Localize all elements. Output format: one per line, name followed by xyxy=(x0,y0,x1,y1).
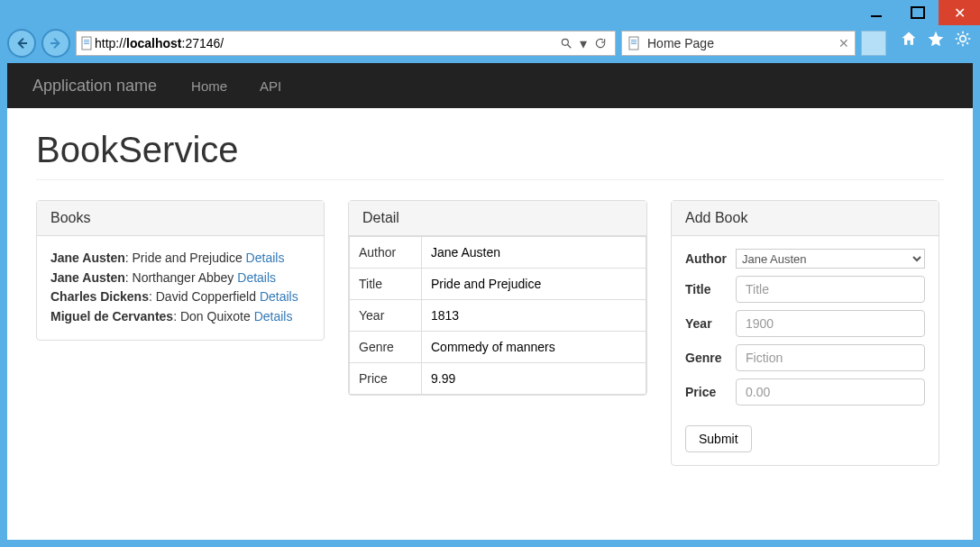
add-book-panel: Add Book Author Jane Austen Title xyxy=(671,200,939,466)
page-icon xyxy=(80,36,95,50)
detail-value: Pride and Prejudice xyxy=(422,269,646,300)
address-bar[interactable]: http://localhost:27146/ ▾ xyxy=(76,31,616,56)
window-minimize-button[interactable] xyxy=(856,0,897,25)
detail-label: Genre xyxy=(350,332,422,363)
svg-rect-7 xyxy=(631,40,637,41)
refresh-icon[interactable] xyxy=(590,37,611,50)
book-title: Northanger Abbey xyxy=(133,270,238,285)
detail-panel: Detail AuthorJane AustenTitlePride and P… xyxy=(348,200,647,396)
detail-panel-heading: Detail xyxy=(349,201,646,236)
detail-row: TitlePride and Prejudice xyxy=(350,269,646,300)
price-label: Price xyxy=(685,385,736,399)
book-list-item: Charles Dickens: David Copperfield Detai… xyxy=(50,287,310,307)
detail-row: Price9.99 xyxy=(350,363,646,395)
detail-value: Commedy of manners xyxy=(422,332,646,363)
book-author: Jane Austen xyxy=(50,270,125,285)
svg-rect-9 xyxy=(631,43,637,44)
book-details-link[interactable]: Details xyxy=(237,270,276,285)
author-select[interactable]: Jane Austen xyxy=(736,249,925,269)
book-title: Pride and Prejudice xyxy=(133,251,246,265)
arrow-left-icon xyxy=(14,36,29,50)
detail-value: 1813 xyxy=(422,300,646,332)
submit-button[interactable]: Submit xyxy=(685,425,752,452)
book-details-link[interactable]: Details xyxy=(246,251,285,265)
book-list-item: Jane Austen: Northanger Abbey Details xyxy=(50,269,310,288)
tools-icon[interactable] xyxy=(953,29,973,49)
book-list-item: Miguel de Cervantes: Don Quixote Details xyxy=(50,307,310,327)
detail-row: GenreCommedy of manners xyxy=(350,332,646,363)
svg-rect-2 xyxy=(84,41,89,42)
detail-label: Title xyxy=(350,269,422,300)
page-title: BookService xyxy=(36,130,944,180)
book-details-link[interactable]: Details xyxy=(254,309,293,324)
book-author: Charles Dickens xyxy=(50,289,149,304)
page-icon xyxy=(627,36,642,50)
add-book-panel-heading: Add Book xyxy=(672,201,939,236)
title-label: Title xyxy=(685,282,736,296)
svg-line-5 xyxy=(568,45,572,49)
nav-link-home[interactable]: Home xyxy=(184,78,234,94)
arrow-right-icon xyxy=(49,36,63,50)
new-tab-button[interactable] xyxy=(861,31,886,56)
browser-tab[interactable]: Home Page ✕ xyxy=(621,31,856,56)
title-input[interactable] xyxy=(736,276,925,303)
book-list-item: Jane Austen: Pride and Prejudice Details xyxy=(50,249,310,269)
year-input[interactable] xyxy=(736,310,925,337)
nav-link-api[interactable]: API xyxy=(252,78,289,94)
window-close-button[interactable] xyxy=(939,0,980,25)
search-icon[interactable] xyxy=(555,37,577,50)
detail-value: Jane Austen xyxy=(422,237,646,269)
home-icon[interactable] xyxy=(899,29,919,49)
url-text: http://localhost:27146/ xyxy=(95,36,555,50)
browser-back-button[interactable] xyxy=(7,29,36,58)
genre-label: Genre xyxy=(685,351,736,365)
window-maximize-button[interactable] xyxy=(897,0,939,25)
app-navbar: Application name Home API xyxy=(7,63,973,108)
svg-rect-3 xyxy=(84,43,89,44)
detail-row: Year1813 xyxy=(350,300,646,332)
author-label: Author xyxy=(685,251,736,266)
detail-label: Year xyxy=(350,300,422,332)
detail-value: 9.99 xyxy=(422,363,646,395)
svg-rect-1 xyxy=(84,40,89,41)
books-panel-heading: Books xyxy=(37,201,324,236)
tab-title: Home Page xyxy=(647,36,833,50)
book-title: David Copperfield xyxy=(156,289,260,304)
genre-input[interactable] xyxy=(736,344,925,371)
detail-label: Author xyxy=(350,237,422,269)
address-dropdown-icon[interactable]: ▾ xyxy=(577,35,590,52)
svg-rect-8 xyxy=(631,41,637,42)
book-author: Jane Austen xyxy=(50,251,125,265)
books-panel: Books Jane Austen: Pride and Prejudice D… xyxy=(36,200,325,341)
detail-label: Price xyxy=(350,363,422,395)
book-title: Don Quixote xyxy=(180,309,254,324)
app-brand[interactable]: Application name xyxy=(32,77,157,96)
favorites-icon[interactable] xyxy=(926,29,946,49)
year-label: Year xyxy=(685,316,736,331)
svg-point-4 xyxy=(562,39,568,45)
tab-close-icon[interactable]: ✕ xyxy=(838,36,849,50)
detail-row: AuthorJane Austen xyxy=(350,237,646,269)
book-author: Miguel de Cervantes xyxy=(50,309,173,324)
book-details-link[interactable]: Details xyxy=(260,289,298,304)
svg-point-10 xyxy=(960,36,966,42)
browser-forward-button[interactable] xyxy=(41,29,70,58)
price-input[interactable] xyxy=(736,378,925,406)
